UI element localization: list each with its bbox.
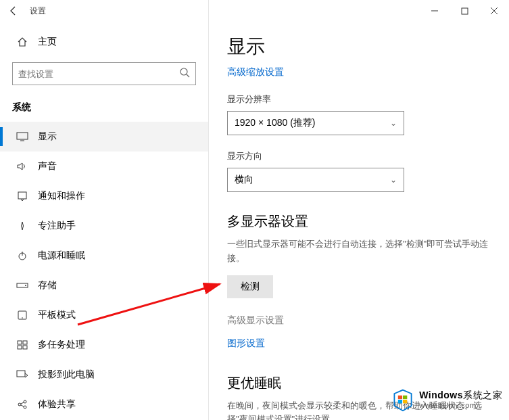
close-button[interactable] xyxy=(479,0,509,22)
watermark: Windows系统之家 www.bjjmlv.com xyxy=(391,388,502,412)
nav-item-shared[interactable]: 体验共享 xyxy=(0,390,208,419)
orientation-label: 显示方向 xyxy=(227,150,490,162)
nav-label: 平板模式 xyxy=(38,309,76,321)
minimize-button[interactable] xyxy=(420,0,450,22)
project-icon xyxy=(16,369,28,381)
svg-rect-15 xyxy=(18,346,22,349)
chevron-down-icon: ⌄ xyxy=(390,175,397,185)
nav-label: 多任务处理 xyxy=(38,339,85,351)
graphics-settings-link[interactable]: 图形设置 xyxy=(227,337,490,350)
windows-logo-icon xyxy=(391,388,415,412)
content-area: 显示 高级缩放设置 显示分辨率 1920 × 1080 (推荐) ⌄ 显示方向 … xyxy=(208,22,509,420)
section-label: 系统 xyxy=(0,85,208,122)
power-icon xyxy=(16,250,28,262)
search-icon xyxy=(179,67,190,80)
nav-item-power[interactable]: 电源和睡眠 xyxy=(0,241,208,271)
notification-icon xyxy=(16,190,28,202)
focus-icon xyxy=(16,220,28,232)
svg-rect-25 xyxy=(403,396,407,399)
svg-point-12 xyxy=(22,317,23,319)
svg-rect-6 xyxy=(18,192,26,199)
svg-rect-4 xyxy=(17,133,28,139)
nav-label: 专注助手 xyxy=(38,220,76,232)
nav-label: 存储 xyxy=(38,279,57,291)
home-label: 主页 xyxy=(38,36,57,48)
orientation-select[interactable]: 横向 ⌄ xyxy=(227,168,404,192)
search-input[interactable] xyxy=(18,69,179,79)
nav-item-display[interactable]: 显示 xyxy=(0,122,208,151)
chevron-down-icon: ⌄ xyxy=(390,118,397,128)
svg-rect-17 xyxy=(17,371,25,377)
share-icon xyxy=(16,398,28,411)
multi-display-desc: 一些旧式显示器可能不会进行自动连接，选择"检测"即可尝试手动连接。 xyxy=(227,237,490,266)
page-heading: 显示 xyxy=(227,34,490,60)
sidebar: 主页 系统 显示 声音 通知和操作 xyxy=(0,22,208,420)
detect-button[interactable]: 检测 xyxy=(227,275,273,298)
nav-label: 投影到此电脑 xyxy=(38,369,95,381)
nav-item-storage[interactable]: 存储 xyxy=(0,271,208,300)
svg-rect-13 xyxy=(18,341,22,344)
resolution-label: 显示分辨率 xyxy=(227,93,490,106)
divider xyxy=(208,0,209,420)
sound-icon xyxy=(16,160,28,172)
nav-label: 声音 xyxy=(38,160,57,172)
svg-rect-24 xyxy=(398,396,402,399)
nav-item-tablet[interactable]: 平板模式 xyxy=(0,300,208,330)
watermark-line1: Windows系统之家 xyxy=(419,390,502,400)
svg-line-22 xyxy=(21,405,24,406)
svg-rect-27 xyxy=(403,400,407,403)
svg-rect-26 xyxy=(398,400,402,403)
home-icon xyxy=(16,37,28,47)
nav-label: 显示 xyxy=(38,131,57,143)
svg-rect-16 xyxy=(23,346,27,349)
nav-item-notifications[interactable]: 通知和操作 xyxy=(0,181,208,211)
svg-point-2 xyxy=(180,68,187,75)
tablet-icon xyxy=(16,309,28,321)
advanced-display-link[interactable]: 高级显示设置 xyxy=(227,314,490,327)
orientation-value: 横向 xyxy=(235,174,253,186)
resolution-value: 1920 × 1080 (推荐) xyxy=(235,117,315,129)
svg-line-3 xyxy=(187,74,189,77)
svg-point-18 xyxy=(18,403,21,406)
advanced-scaling-link[interactable]: 高级缩放设置 xyxy=(227,66,284,78)
storage-icon xyxy=(16,279,28,291)
nav-label: 体验共享 xyxy=(38,398,76,411)
home-link[interactable]: 主页 xyxy=(0,28,208,55)
nav-label: 通知和操作 xyxy=(38,190,85,202)
nav-label: 电源和睡眠 xyxy=(38,250,85,262)
resolution-select[interactable]: 1920 × 1080 (推荐) ⌄ xyxy=(227,111,404,135)
display-icon xyxy=(16,131,28,143)
svg-point-19 xyxy=(24,400,26,403)
multi-display-heading: 多显示器设置 xyxy=(227,212,490,231)
svg-rect-14 xyxy=(23,341,27,344)
maximize-button[interactable] xyxy=(450,0,479,22)
multitask-icon xyxy=(16,339,28,351)
watermark-line2: www.bjjmlv.com xyxy=(419,401,502,409)
nav-item-multitask[interactable]: 多任务处理 xyxy=(0,330,208,360)
back-button[interactable] xyxy=(0,0,27,22)
nav-item-focus[interactable]: 专注助手 xyxy=(0,211,208,241)
nav-item-sound[interactable]: 声音 xyxy=(0,151,208,181)
app-title: 设置 xyxy=(30,5,46,17)
svg-point-20 xyxy=(24,406,26,409)
svg-line-21 xyxy=(21,402,24,404)
search-box[interactable] xyxy=(12,62,196,85)
svg-rect-1 xyxy=(462,8,468,14)
svg-point-10 xyxy=(25,285,26,286)
nav-item-projecting[interactable]: 投影到此电脑 xyxy=(0,360,208,390)
